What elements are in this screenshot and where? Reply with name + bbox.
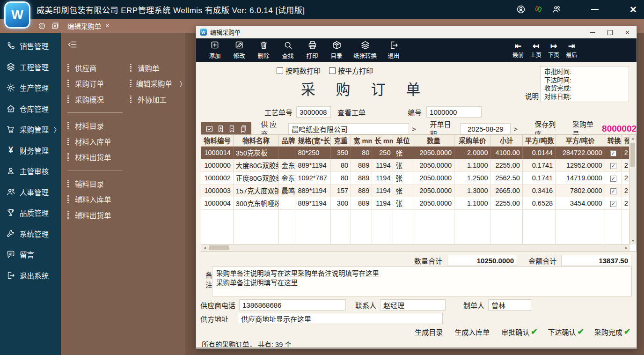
modules-icon[interactable] [534, 4, 544, 15]
tab-edit-purchase-order[interactable]: 编辑采购单 × [63, 19, 114, 33]
convert-checkbox[interactable]: ✓ [610, 188, 616, 194]
sidebar-item-hr[interactable]: 人事管理 [0, 182, 61, 203]
table-row[interactable]: 1000004300克东帆哑粉889*11943008891194张2050.0… [201, 197, 629, 209]
scroll-down-icon[interactable]: ▼ [629, 237, 637, 244]
window-titlebar[interactable]: W 编辑采购单 ✕ [196, 26, 637, 38]
window-close-button[interactable]: ✕ [625, 29, 630, 36]
horizontal-scroll-thumb[interactable] [209, 245, 229, 250]
prev-page-button[interactable]: ↤上页 [527, 42, 545, 59]
column-header[interactable]: 单位 [393, 135, 413, 146]
app-close-button[interactable]: ✕ [628, 4, 638, 15]
link-icon[interactable] [37, 21, 47, 30]
submenu-item-auxiliary-catalog[interactable]: 辅料目录 [67, 176, 128, 192]
table-row[interactable]: 1000000大度80G双胶纸金东889*1194808891194张2050.… [201, 159, 629, 171]
scroll-up-icon[interactable]: ▲ [629, 135, 637, 142]
delete-button[interactable]: 删除 [251, 40, 276, 60]
vertical-scroll-thumb[interactable] [630, 143, 635, 167]
generate-inbound-button[interactable]: 生成入库单 [454, 327, 491, 337]
catalog-button[interactable]: 目录 [324, 40, 349, 60]
sidebar-item-production[interactable]: 生产管理 [0, 77, 61, 98]
submenu-item-edit-purchase-order[interactable]: 编辑采购单〉 [130, 76, 185, 92]
column-header[interactable]: 转换 [605, 135, 622, 146]
supplier-phone-input[interactable] [239, 299, 346, 311]
submenu-item-suppliers[interactable]: 供应商 [67, 60, 128, 76]
submenu-item-material-inbound[interactable]: 材料入库单 [67, 133, 128, 149]
add-button[interactable]: 添加 [203, 40, 227, 60]
generate-catalog-button[interactable]: 生成目录 [415, 327, 444, 337]
scroll-right-icon[interactable]: ► [623, 244, 630, 251]
print-button[interactable]: 打印 [300, 40, 324, 60]
column-header[interactable]: 预 [622, 135, 629, 146]
user-account-icon[interactable] [516, 4, 526, 15]
horizontal-scrollbar[interactable]: ◄ ► [201, 244, 630, 251]
sidebar-item-supervisor-review[interactable]: 主管审核 [0, 161, 61, 182]
window-maximize-button[interactable] [607, 30, 613, 35]
tab-close-icon[interactable]: × [106, 22, 110, 30]
scroll-left-icon[interactable]: ◄ [201, 244, 208, 251]
paper-convert-button[interactable]: 纸张转换 [349, 40, 381, 60]
column-header[interactable]: 平方/吨价 [556, 135, 605, 146]
qty-total-input[interactable] [447, 255, 517, 266]
table-row[interactable]: 1000003157克大度双铜晨鸣889*11941578891194张2050… [201, 184, 629, 197]
release-confirm-button[interactable]: 下达确认✔ [548, 327, 584, 337]
bookmark-copy-icon[interactable] [239, 125, 248, 133]
confirm-record-icon[interactable] [205, 125, 214, 133]
exit-button[interactable]: 退出 [381, 40, 406, 60]
submenu-item-material-outbound[interactable]: 材料出货单 [67, 149, 128, 165]
column-header[interactable]: 小计 [490, 135, 522, 146]
column-header[interactable]: 采购单价 [454, 135, 490, 146]
column-header[interactable]: 数量 [413, 135, 454, 146]
sidebar-item-finance[interactable]: ¥ 财务管理 [0, 140, 61, 161]
process-no-input[interactable] [296, 106, 331, 118]
sidebar-item-quality[interactable]: 品质管理 [0, 202, 61, 223]
convert-checkbox[interactable]: ✓ [610, 176, 616, 182]
sidebar-item-engineering[interactable]: 工程管理 [0, 57, 61, 78]
note-box[interactable]: 审批时间: 下达时间: 收货完成: 对账日期: [540, 66, 629, 102]
column-header[interactable]: 平方/吨数 [522, 135, 555, 146]
bookmark-add-icon[interactable] [216, 125, 225, 133]
next-page-button[interactable]: ↦下页 [545, 42, 563, 59]
table-row[interactable]: 1000014350克灰板80*25035080250张2050.00002.0… [201, 146, 629, 159]
submenu-item-purchase-overview[interactable]: 采购概况 [67, 91, 128, 107]
collapse-menu-icon[interactable] [67, 39, 79, 51]
maker-input[interactable] [488, 299, 531, 311]
column-header[interactable]: 物料编号 [201, 135, 233, 146]
supplier-input[interactable] [288, 123, 409, 134]
convert-checkbox[interactable]: ✓ [610, 150, 616, 156]
sidebar-item-messages[interactable]: 留言 [0, 244, 61, 265]
view-work-order-button[interactable]: 查看工单 [337, 107, 366, 117]
supplier-picker-arrow[interactable]: > [409, 125, 419, 133]
approve-confirm-button[interactable]: 审批确认✔ [501, 327, 537, 337]
contact-input[interactable] [380, 299, 446, 311]
search-button[interactable]: 查找 [276, 40, 300, 60]
submenu-item-outsourcing[interactable]: 外协加工 [130, 91, 185, 107]
column-header[interactable]: 长 mm [372, 135, 393, 146]
app-minimize-button[interactable] [590, 4, 600, 15]
submenu-item-auxiliary-inbound[interactable]: 辅料入库单 [67, 192, 128, 207]
submenu-item-purchase-orders[interactable]: 采购订单 [67, 76, 128, 92]
submenu-item-purchase-request[interactable]: 请购单 [130, 60, 185, 76]
convert-checkbox[interactable]: ✓ [610, 201, 616, 207]
sidebar-item-warehouse[interactable]: 仓库管理 [0, 98, 61, 119]
close-windows-icon[interactable] [50, 21, 60, 30]
vertical-scrollbar[interactable]: ▲ ▼ [629, 135, 636, 244]
order-no-input[interactable] [426, 106, 482, 118]
column-header[interactable]: 物料名称 [233, 135, 278, 146]
first-record-button[interactable]: ⇤最前 [509, 42, 527, 59]
order-date-input[interactable] [460, 123, 511, 134]
sidebar-item-exit[interactable]: 退出系统 [0, 265, 61, 286]
purchase-complete-button[interactable]: 采购完成✔ [594, 327, 630, 337]
column-header[interactable]: 品牌 [279, 135, 295, 146]
last-record-button[interactable]: ⇥最后 [563, 42, 580, 59]
sidebar-item-purchasing[interactable]: 采购管理 〉 [0, 119, 61, 140]
column-header[interactable]: 克重 [330, 135, 351, 146]
table-row[interactable]: 1000002正度80G双胶纸金东1092*787808891194张2050.… [201, 171, 629, 184]
bookmark-remove-icon[interactable] [227, 125, 236, 133]
sidebar-item-sales[interactable]: 销售管理 [0, 36, 61, 57]
supplier-address-input[interactable] [238, 313, 443, 324]
users-icon[interactable] [551, 4, 562, 15]
submenu-item-material-catalog[interactable]: 材料目录 [67, 118, 128, 134]
amount-total-input[interactable] [561, 255, 631, 266]
remark-box[interactable]: 采购单备注说明填写在这里采购单备注说明填写在这里 采购单备注说明填写在这里 [212, 266, 632, 296]
print-by-sqm-checkbox[interactable]: 按平方打印 [329, 66, 373, 75]
